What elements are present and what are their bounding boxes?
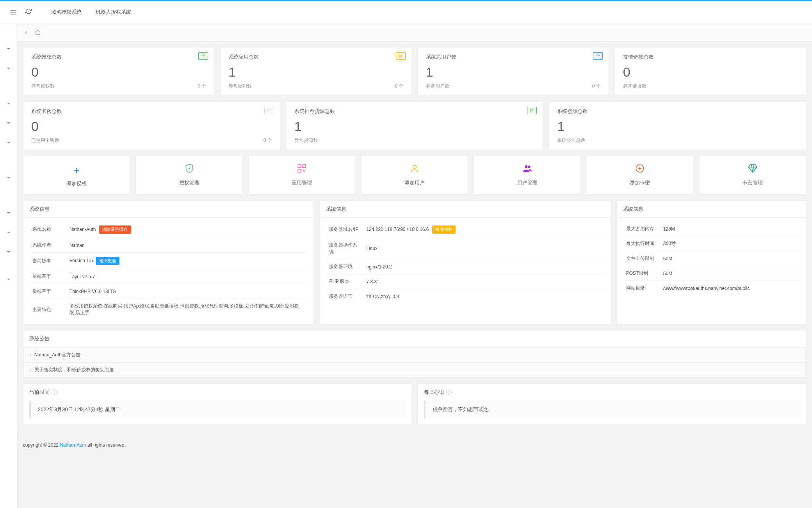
quick-action-授权管理[interactable]: 授权管理 bbox=[136, 156, 243, 195]
notice-item[interactable]: ›关于售卖制度，和低价授权的奖惩制度 bbox=[23, 362, 806, 377]
sidebar-item[interactable] bbox=[0, 59, 17, 78]
svg-rect-0 bbox=[298, 165, 301, 168]
stat-value: 0 bbox=[31, 119, 272, 134]
quick-action-添加用户[interactable]: 添加用户 bbox=[361, 156, 468, 195]
stat-card: 系统总用户数 个 1 异常用户数0 个 bbox=[418, 47, 609, 96]
info-value: zh-CN,zh;q=0.9 bbox=[363, 289, 604, 304]
stat-footer-label: 异常应用数 bbox=[228, 83, 252, 89]
stat-footer-label: 系统公告总数 bbox=[557, 137, 585, 144]
info-key: 后端基于 bbox=[29, 284, 66, 299]
quick-label: 用户管理 bbox=[474, 179, 581, 186]
panel-header: 系统信息 bbox=[320, 201, 610, 218]
quick-action-添加授权[interactable]: ＋ 添加授权 bbox=[23, 156, 130, 195]
sidebar-item[interactable] bbox=[0, 203, 17, 223]
panel-header: 系统信息 bbox=[23, 201, 313, 218]
info-row: 服务器语言 zh-CN,zh;q=0.9 bbox=[326, 289, 604, 304]
info-row: 主要特色 多应用授权系统,在线购买,用户Api授权,自助更换授权,卡密授权,授权… bbox=[29, 299, 308, 320]
quick-action-卡密管理[interactable]: 卡密管理 bbox=[699, 156, 806, 195]
stat-title: 友情链接总数 bbox=[623, 54, 798, 61]
plus-circle-icon bbox=[587, 163, 693, 176]
info-value: 300秒 bbox=[660, 236, 800, 251]
sidebar-item[interactable] bbox=[0, 39, 17, 59]
svg-point-4 bbox=[525, 165, 528, 168]
quick-label: 添加授权 bbox=[23, 180, 130, 187]
sidebar-item[interactable] bbox=[0, 242, 17, 262]
sidebar-item[interactable] bbox=[0, 270, 17, 289]
info-value: Nathan bbox=[66, 238, 308, 253]
info-key: 主要特色 bbox=[29, 299, 66, 320]
stat-badge: 位 bbox=[527, 107, 537, 114]
stat-card: 系统应用总数 款 1 异常应用数0 个 bbox=[220, 47, 411, 96]
info-key: 服务器操作系统 bbox=[326, 238, 363, 259]
info-icon: i bbox=[52, 390, 57, 395]
info-row: 前端基于 Layui-v2.5.7 bbox=[29, 269, 308, 284]
users-icon bbox=[474, 163, 581, 176]
info-key: 服务器语言 bbox=[326, 289, 363, 304]
info-key: 前端基于 bbox=[29, 269, 66, 284]
info-row: POST限制 50M bbox=[623, 266, 800, 281]
quick-action-添加卡密[interactable]: 添加卡密 bbox=[587, 156, 694, 195]
top-tab-robot[interactable]: 机器人授权系统 bbox=[89, 5, 138, 20]
quick-label: 添加卡密 bbox=[587, 179, 693, 186]
action-button[interactable]: 检测授权 bbox=[432, 225, 456, 234]
back-icon[interactable]: ‹ bbox=[20, 29, 32, 36]
info-row: 系统名称 Nathan-Auth清除系统缓存 bbox=[29, 222, 308, 238]
grid-icon bbox=[249, 163, 355, 176]
stat-footer-value: 0 个 bbox=[264, 137, 272, 144]
quick-action-用户管理[interactable]: 用户管理 bbox=[474, 156, 581, 195]
info-value: 50M bbox=[660, 266, 800, 281]
stat-footer-value: 0 个 bbox=[198, 83, 206, 89]
stat-footer-value: 0 个 bbox=[395, 83, 403, 89]
info-row: 网站目录 /www/wwwroot/auths.nanyinet.com/pub… bbox=[623, 281, 800, 296]
info-row: 最大占用内存 128M bbox=[623, 222, 800, 236]
info-key: 系统名称 bbox=[29, 222, 66, 238]
time-panel: 当前时间i 2022年8月30日 12时47分1秒 星期二 bbox=[23, 384, 412, 425]
sidebar-item[interactable] bbox=[0, 223, 17, 242]
svg-point-3 bbox=[413, 165, 417, 168]
stat-footer-label: 异常用户数 bbox=[426, 83, 449, 89]
stat-value: 1 bbox=[294, 119, 535, 134]
footer: copyright © 2022 Nathan-Auth all rights … bbox=[17, 436, 812, 454]
sidebar-item[interactable] bbox=[0, 168, 17, 188]
info-key: 文件上传限制 bbox=[623, 251, 660, 266]
sidebar-item[interactable] bbox=[0, 133, 17, 152]
info-value: 124.222.118.76:90 / 10.0.16.6检测授权 bbox=[363, 222, 604, 238]
info-value: Nathan-Auth清除系统缓存 bbox=[66, 222, 308, 238]
info-value: Version 1.5检测更新 bbox=[66, 253, 308, 269]
home-tab[interactable] bbox=[32, 29, 44, 36]
quote-panel: 每日心语i 虚争空言，不如思而试之。 bbox=[418, 384, 807, 425]
chevron-right-icon: › bbox=[30, 352, 31, 357]
quick-label: 卡密管理 bbox=[700, 179, 806, 186]
info-key: 当前版本 bbox=[29, 253, 66, 269]
action-button[interactable]: 清除系统缓存 bbox=[99, 225, 131, 234]
info-key: 系统作者 bbox=[29, 238, 66, 253]
user-icon bbox=[361, 163, 468, 176]
action-button[interactable]: 检测更新 bbox=[96, 257, 119, 265]
top-tab-domain[interactable]: 域名授权系统 bbox=[44, 5, 89, 20]
svg-rect-1 bbox=[303, 165, 306, 168]
shield-icon bbox=[136, 163, 242, 176]
info-value: 7.3.31 bbox=[363, 274, 604, 289]
info-value: 多应用授权系统,在线购买,用户Api授权,自助更换授权,卡密授权,授权代理查询,… bbox=[66, 299, 308, 320]
time-title: 当前时间i bbox=[23, 384, 411, 401]
sysinfo-panel-left: 系统信息 系统名称 Nathan-Auth清除系统缓存 系统作者 Nathan … bbox=[23, 200, 314, 324]
refresh-icon[interactable] bbox=[21, 8, 36, 16]
stat-badge: 个 bbox=[198, 52, 208, 60]
menu-toggle-icon[interactable] bbox=[6, 10, 21, 14]
quote-value: 虚争空言，不如思而试之。 bbox=[424, 401, 800, 419]
sidebar-item[interactable] bbox=[0, 94, 17, 113]
stat-badge: 个 bbox=[264, 107, 274, 114]
quick-action-应用管理[interactable]: 应用管理 bbox=[248, 156, 355, 195]
notice-panel: 系统公告 ›Nathan_Auth官方公告 ›关于售卖制度，和低价授权的奖惩制度 bbox=[23, 330, 806, 378]
main-content: 系统授权总数 个 0 异常授权数0 个 系统应用总数 款 1 异常应用数0 个 … bbox=[17, 41, 812, 436]
stat-footer-label: 异常链接数 bbox=[623, 83, 646, 89]
stat-title: 系统总用户数 bbox=[426, 54, 601, 61]
footer-link[interactable]: Nathan-Auth bbox=[60, 442, 86, 448]
sidebar-item[interactable] bbox=[0, 113, 17, 133]
diamond-icon bbox=[700, 163, 806, 176]
notice-item[interactable]: ›Nathan_Auth官方公告 bbox=[23, 347, 806, 363]
sysinfo-panel-right: 系统信息 最大占用内存 128M 最大执行时间 300秒 文件上传限制 50M … bbox=[617, 200, 806, 324]
stat-value: 1 bbox=[557, 119, 798, 134]
info-value: Linux bbox=[363, 238, 604, 259]
info-key: 最大占用内存 bbox=[623, 222, 660, 236]
